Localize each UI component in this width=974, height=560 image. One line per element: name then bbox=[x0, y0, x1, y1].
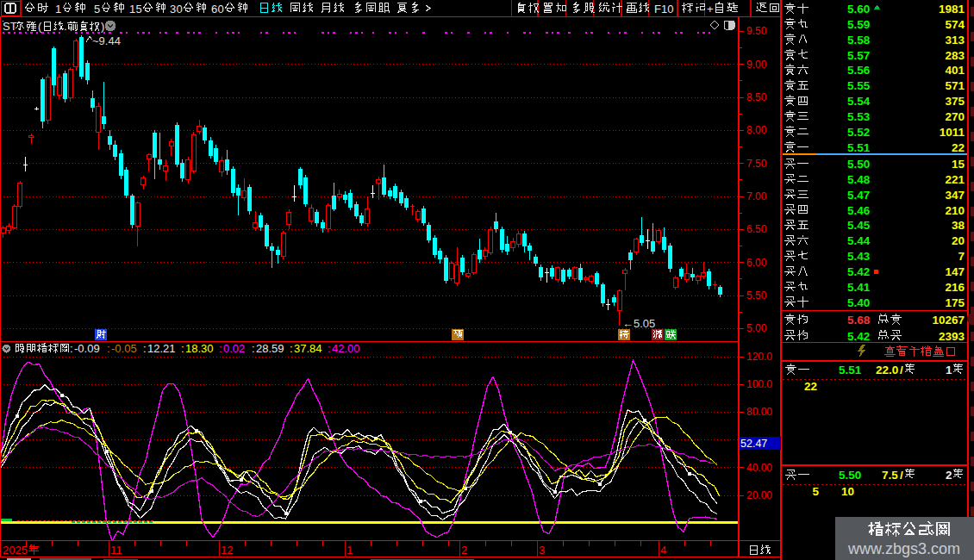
svg-text:5.59: 5.59 bbox=[847, 18, 870, 31]
svg-text:5.51: 5.51 bbox=[839, 364, 862, 376]
svg-text:5.44: 5.44 bbox=[847, 234, 871, 247]
svg-text::: : bbox=[219, 342, 222, 355]
svg-text:/: / bbox=[900, 364, 903, 376]
svg-text:/: / bbox=[900, 469, 903, 482]
svg-text:5.54: 5.54 bbox=[847, 95, 871, 108]
svg-text:7.00: 7.00 bbox=[746, 190, 767, 202]
svg-text:3: 3 bbox=[170, 3, 176, 16]
svg-text:5.45: 5.45 bbox=[847, 219, 871, 232]
svg-text:1981: 1981 bbox=[939, 3, 965, 16]
svg-text:22.0: 22.0 bbox=[876, 364, 898, 376]
svg-text:1: 1 bbox=[946, 364, 952, 376]
svg-text:347: 347 bbox=[945, 189, 965, 202]
svg-text:15: 15 bbox=[952, 158, 965, 171]
svg-text::: : bbox=[70, 342, 73, 355]
svg-text:313: 313 bbox=[945, 34, 965, 47]
svg-text:): ) bbox=[101, 20, 104, 33]
svg-text:52.47: 52.47 bbox=[740, 438, 767, 450]
svg-text::: : bbox=[107, 342, 110, 355]
svg-text:+: + bbox=[707, 3, 714, 16]
svg-text:1: 1 bbox=[55, 3, 61, 16]
svg-text:221: 221 bbox=[945, 173, 965, 186]
svg-text:5: 5 bbox=[94, 3, 100, 16]
svg-text:12.21: 12.21 bbox=[147, 342, 176, 355]
svg-text:216: 216 bbox=[945, 281, 965, 294]
svg-text:6.50: 6.50 bbox=[746, 223, 767, 235]
svg-text:5.68: 5.68 bbox=[847, 314, 871, 327]
svg-text:9.00: 9.00 bbox=[746, 59, 767, 71]
svg-text:1: 1 bbox=[129, 3, 135, 16]
svg-text:28.59: 28.59 bbox=[256, 342, 284, 355]
svg-text:18.30: 18.30 bbox=[185, 342, 214, 355]
svg-text:2025: 2025 bbox=[3, 544, 28, 557]
svg-text:5.56: 5.56 bbox=[847, 64, 871, 77]
svg-text::: : bbox=[290, 342, 293, 355]
svg-text:5.51: 5.51 bbox=[847, 141, 871, 154]
svg-text:0: 0 bbox=[177, 3, 183, 16]
svg-text:5.46: 5.46 bbox=[847, 204, 871, 217]
svg-text:.: . bbox=[64, 20, 67, 33]
svg-text:5.42: 5.42 bbox=[847, 330, 870, 343]
svg-text:40.00: 40.00 bbox=[746, 462, 772, 474]
svg-text:6.00: 6.00 bbox=[746, 257, 767, 269]
svg-text:5.48: 5.48 bbox=[847, 173, 871, 186]
svg-text:5.43: 5.43 bbox=[847, 250, 871, 263]
svg-text:22: 22 bbox=[804, 380, 817, 393]
svg-text:ST: ST bbox=[3, 20, 17, 33]
svg-text:270: 270 bbox=[945, 110, 965, 123]
svg-text:37.84: 37.84 bbox=[294, 342, 322, 355]
svg-text:5.41: 5.41 bbox=[847, 281, 871, 294]
svg-text:20: 20 bbox=[952, 234, 965, 247]
svg-text:210: 210 bbox=[945, 204, 965, 217]
svg-text:20.00: 20.00 bbox=[746, 489, 772, 501]
svg-text:38: 38 bbox=[952, 219, 965, 232]
svg-text:12: 12 bbox=[221, 544, 233, 557]
svg-text:5.50: 5.50 bbox=[839, 469, 861, 482]
svg-text:1011: 1011 bbox=[940, 126, 965, 139]
svg-text:3: 3 bbox=[539, 544, 545, 557]
svg-text:100.0: 100.0 bbox=[746, 378, 772, 390]
svg-text:(: ( bbox=[38, 20, 42, 33]
svg-text:5.60: 5.60 bbox=[847, 3, 870, 16]
svg-text:F10: F10 bbox=[654, 3, 673, 16]
svg-text:401: 401 bbox=[945, 64, 965, 77]
svg-text:0: 0 bbox=[218, 3, 224, 16]
svg-text:~9.44: ~9.44 bbox=[92, 34, 121, 47]
svg-text:2: 2 bbox=[946, 469, 952, 482]
svg-text::: : bbox=[252, 342, 255, 355]
svg-text:2393: 2393 bbox=[939, 330, 965, 343]
svg-text:10: 10 bbox=[841, 485, 854, 498]
svg-text:5.58: 5.58 bbox=[847, 34, 871, 47]
svg-text:4: 4 bbox=[660, 544, 666, 557]
svg-text:2: 2 bbox=[461, 544, 467, 557]
svg-text:574: 574 bbox=[945, 18, 965, 31]
svg-text:5.50: 5.50 bbox=[847, 158, 870, 171]
svg-text:5.52: 5.52 bbox=[847, 126, 870, 139]
svg-text:5: 5 bbox=[136, 3, 142, 16]
svg-text:5.40: 5.40 bbox=[847, 296, 870, 309]
svg-text:www.zbgs3.com: www.zbgs3.com bbox=[847, 540, 960, 557]
svg-text:9.50: 9.50 bbox=[746, 25, 767, 37]
svg-text:7: 7 bbox=[958, 250, 965, 263]
svg-text:120.0: 120.0 bbox=[746, 351, 772, 363]
svg-text:5.42: 5.42 bbox=[847, 265, 870, 278]
svg-text:1: 1 bbox=[347, 544, 353, 557]
svg-text:42.00: 42.00 bbox=[332, 342, 360, 355]
svg-text:10267: 10267 bbox=[932, 314, 965, 327]
svg-text:283: 283 bbox=[945, 49, 965, 62]
svg-text:5.53: 5.53 bbox=[847, 110, 871, 123]
svg-text:147: 147 bbox=[945, 265, 965, 278]
svg-text::: : bbox=[328, 342, 331, 355]
svg-text:7.50: 7.50 bbox=[746, 158, 767, 170]
svg-text:5.47: 5.47 bbox=[847, 189, 870, 202]
svg-text:571: 571 bbox=[945, 79, 965, 92]
svg-text:175: 175 bbox=[945, 296, 965, 309]
svg-text:11: 11 bbox=[110, 544, 122, 557]
svg-text:7.5: 7.5 bbox=[882, 469, 898, 482]
svg-text:←5.05: ←5.05 bbox=[622, 317, 655, 330]
svg-text:-0.09: -0.09 bbox=[74, 342, 100, 355]
svg-text:6: 6 bbox=[211, 3, 217, 16]
svg-text:22: 22 bbox=[952, 141, 965, 154]
svg-text:5.50: 5.50 bbox=[746, 289, 767, 302]
svg-text:375: 375 bbox=[945, 95, 965, 108]
